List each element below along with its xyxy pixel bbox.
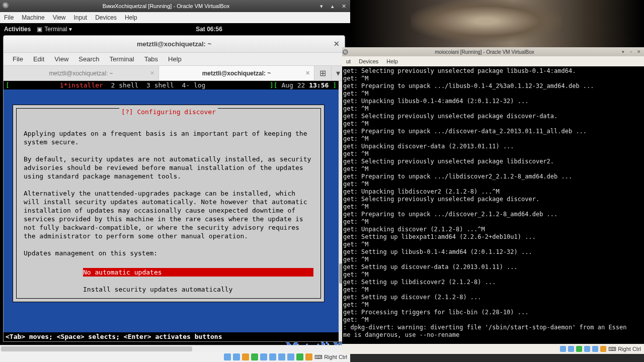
close-icon[interactable]: ✕ xyxy=(305,70,310,76)
installer-dialog: [?] Configuring discover Applying update… xyxy=(13,105,325,302)
current-app-indicator[interactable]: ▣ Terminal ▾ xyxy=(37,26,72,33)
menu-devices[interactable]: Devices xyxy=(91,14,121,21)
gterm-menu-edit[interactable]: Edit xyxy=(28,55,49,63)
vbox-left-menubar: File Machine View Input Devices Help xyxy=(0,12,350,23)
gnome-clock[interactable]: Sat 06:56 xyxy=(196,26,222,33)
horizontal-scrollbar[interactable] xyxy=(0,345,350,352)
bracket: [ xyxy=(6,81,10,89)
new-tab-button[interactable]: ⊞ xyxy=(314,66,332,80)
vbox-icon: 🔘 xyxy=(342,49,349,55)
hostkey-indicator: ⌨ Right Ctrl xyxy=(608,346,641,352)
desktop-background-fragment xyxy=(350,0,644,47)
gterm-menu-view[interactable]: View xyxy=(49,55,73,63)
terminal-viewport[interactable]: [ 1*installer 2 shell 3 shell 4- log ][ … xyxy=(4,81,339,341)
dialog-para: Alternatively the unattended-upgrades pa… xyxy=(24,190,311,240)
dialog-para: By default, security updates are not aut… xyxy=(24,155,315,180)
gterm-menu-file[interactable]: File xyxy=(8,55,28,63)
gterm-menubar: File Edit View Search Terminal Tabs Help xyxy=(4,53,345,66)
status-icon[interactable] xyxy=(560,346,566,352)
status-icon[interactable] xyxy=(269,353,276,360)
close-icon[interactable]: ✕ xyxy=(334,40,340,48)
vbox-icon: 🔘 xyxy=(2,2,12,10)
virtualbox-window-right: 🔘 moiocoiani [Running] - Oracle VM Virtu… xyxy=(342,47,644,354)
status-icon[interactable] xyxy=(278,353,285,360)
gterm-menu-search[interactable]: Search xyxy=(73,55,104,63)
scrollbar-thumb[interactable] xyxy=(1,346,192,351)
status-icon[interactable] xyxy=(242,353,249,360)
vbox-right-menubar: ut Devices Help xyxy=(342,56,644,66)
screen-window-3: 3 shell xyxy=(146,81,174,89)
gterm-titlebar[interactable]: metztli@xochiquetzal: ~ ✕ xyxy=(4,36,345,53)
menu-input[interactable]: Input xyxy=(70,14,92,21)
option-no-automatic-updates[interactable]: No automatic updates xyxy=(83,268,313,277)
installer-background: [?] Configuring discover Applying update… xyxy=(4,89,339,332)
menu-view[interactable]: View xyxy=(49,14,70,21)
status-icon[interactable] xyxy=(592,346,598,352)
dialog-title: [?] Configuring discover xyxy=(17,108,320,116)
status-icon[interactable] xyxy=(296,353,303,360)
status-icon[interactable] xyxy=(233,353,240,360)
vbox-left-statusbar: ⌨ Right Ctrl xyxy=(0,352,350,362)
gterm-title-text: metztli@xochiquetzal: ~ xyxy=(137,40,211,48)
status-icon[interactable] xyxy=(576,346,582,352)
dialog-body: Applying updates on a frequent basis is … xyxy=(24,121,313,302)
maximize-icon[interactable]: ▫ xyxy=(628,49,634,55)
menu-help[interactable]: Help xyxy=(382,58,402,64)
gnome-top-bar: Activities ▣ Terminal ▾ Sat 06:56 xyxy=(0,23,350,35)
screen-window-1: 1*installer xyxy=(60,81,103,89)
menu-file[interactable]: File xyxy=(0,14,18,21)
status-icon[interactable] xyxy=(568,346,574,352)
maximize-icon[interactable]: ▴ xyxy=(329,3,336,10)
close-icon[interactable]: ✕ xyxy=(636,49,642,55)
vbox-left-title: ВикиXochiquetzal [Running] - Oracle VM V… xyxy=(14,3,318,9)
status-icon[interactable] xyxy=(260,353,267,360)
menu-input-partial[interactable]: ut xyxy=(342,58,355,64)
dialog-para: Applying updates on a frequent basis is … xyxy=(24,130,311,146)
close-icon[interactable]: ✕ xyxy=(340,3,347,10)
vbox-right-titlebar[interactable]: 🔘 moiocoiani [Running] - Oracle VM Virtu… xyxy=(342,47,644,56)
bracket: ] xyxy=(333,81,337,89)
status-icon[interactable] xyxy=(224,353,231,360)
vbox-right-title: moiocoiani [Running] - Oracle VM Virtual… xyxy=(349,49,620,55)
tab-0[interactable]: metztli@xochiquetzal: ~ ✕ xyxy=(4,66,159,80)
gterm-menu-terminal[interactable]: Terminal xyxy=(105,55,139,63)
gnome-terminal-window: metztli@xochiquetzal: ~ ✕ File Edit View… xyxy=(3,35,345,342)
activities-button[interactable]: Activities xyxy=(4,26,31,33)
option-install-security-updates[interactable]: Install security updates automatically xyxy=(83,285,313,294)
status-icon[interactable] xyxy=(251,353,258,360)
bracket: ][ xyxy=(270,81,278,89)
minimize-icon[interactable]: ▾ xyxy=(318,3,325,10)
right-terminal-output[interactable]: get: Selecting previously unselected pac… xyxy=(342,66,644,344)
vbox-right-statusbar: ⌨ Right Ctrl xyxy=(342,344,644,354)
screen-date: Aug 22 xyxy=(281,81,305,89)
close-icon[interactable]: ✕ xyxy=(150,70,154,76)
terminal-icon: ▣ xyxy=(37,26,42,33)
gterm-menu-help[interactable]: Help xyxy=(163,55,187,63)
tab-label: metztli@xochiquetzal: ~ xyxy=(49,70,113,77)
screen-status-line: [ 1*installer 2 shell 3 shell 4- log ][ … xyxy=(4,81,339,89)
hostkey-indicator: ⌨ Right Ctrl xyxy=(314,354,347,360)
menu-devices[interactable]: Devices xyxy=(355,58,382,64)
minimize-icon[interactable]: ▾ xyxy=(620,49,626,55)
vbox-left-titlebar[interactable]: 🔘 ВикиXochiquetzal [Running] - Oracle VM… xyxy=(0,0,350,12)
gterm-tabbar: metztli@xochiquetzal: ~ ✕ metztli@xochiq… xyxy=(4,66,345,81)
status-icon[interactable] xyxy=(584,346,590,352)
screen-time: 13:56 xyxy=(309,81,329,89)
status-icon[interactable] xyxy=(287,353,294,360)
status-icon[interactable] xyxy=(600,346,606,352)
gterm-menu-tabs[interactable]: Tabs xyxy=(139,55,163,63)
menu-help[interactable]: Help xyxy=(121,14,141,21)
tab-1[interactable]: metztli@xochiquetzal: ~ ✕ xyxy=(159,66,314,80)
tab-label: metztli@xochiquetzal: ~ xyxy=(202,70,271,77)
screen-window-4: 4- log xyxy=(182,81,205,89)
menu-machine[interactable]: Machine xyxy=(18,14,48,21)
dialog-prompt: Updates management on this system: xyxy=(24,249,157,257)
current-app-label: Terminal ▾ xyxy=(44,26,72,33)
virtualbox-window-left: 🔘 ВикиXochiquetzal [Running] - Oracle VM… xyxy=(0,0,350,362)
screen-window-2: 2 shell xyxy=(111,81,139,89)
status-icon[interactable] xyxy=(305,353,312,360)
